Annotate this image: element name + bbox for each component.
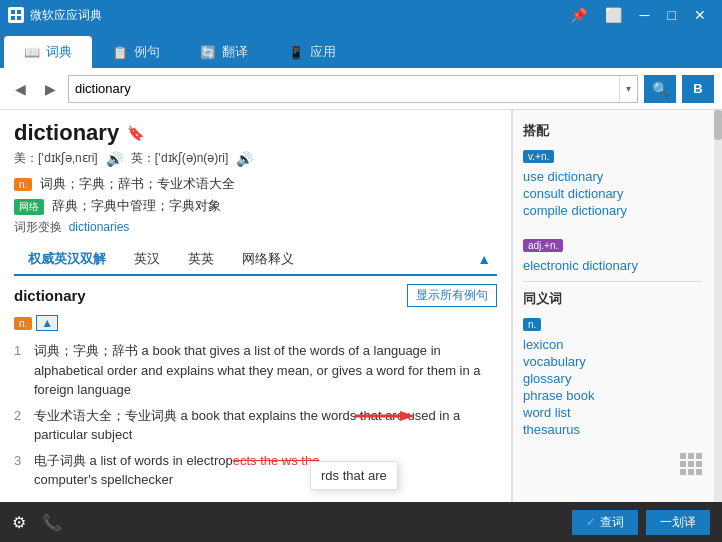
- def-net-text: 辞典；字典中管理；字典对象: [52, 198, 221, 213]
- search-btn[interactable]: 🔍: [644, 75, 676, 103]
- pos-n-badge: n.: [14, 317, 32, 330]
- restore-btn[interactable]: ⬜: [597, 5, 630, 25]
- ex-text-3-struck: ects the ws the: [233, 453, 320, 468]
- tab-example[interactable]: 📋 例句: [92, 36, 180, 68]
- tab-bar: 📖 词典 📋 例句 🔄 翻译 📱 应用: [0, 30, 722, 68]
- synonyms-title: 同义词: [523, 290, 702, 308]
- collocations-title: 搭配: [523, 122, 702, 140]
- ex-num-1: 1: [14, 341, 28, 400]
- app-icon: [8, 7, 24, 23]
- pos-adj-tag: adj.+n.: [523, 239, 563, 252]
- example-word: dictionary: [14, 287, 86, 304]
- lookup-label: 查词: [600, 514, 624, 531]
- phonetic-uk: 英：[ˈdɪkʃ(ə)n(ə)ri]: [131, 150, 229, 167]
- app-title: 微软应应词典: [30, 7, 102, 24]
- svg-rect-0: [11, 10, 15, 14]
- minimize-btn[interactable]: ─: [632, 5, 658, 25]
- tab-apps-label: 应用: [310, 43, 336, 61]
- example-header: dictionary 显示所有例句: [14, 284, 497, 307]
- example-1: 1 词典；字典；辞书 a book that gives a list of t…: [14, 341, 497, 400]
- checkmark-icon: ✓: [586, 515, 596, 529]
- show-all-btn[interactable]: 显示所有例句: [407, 284, 497, 307]
- popup-text: rds that are: [321, 468, 387, 483]
- tab-translate[interactable]: 🔄 翻译: [180, 36, 268, 68]
- ex-text-1: 词典；字典；辞书 a book that gives a list of the…: [34, 341, 497, 400]
- syn-vocabulary[interactable]: vocabulary: [523, 354, 702, 369]
- tab-enzh[interactable]: 英汉: [120, 244, 174, 274]
- ex-text-3-normal: 电子词典 a list of words in electrop: [34, 453, 233, 468]
- right-panel: 搭配 v.+n. use dictionary consult dictiona…: [512, 110, 722, 502]
- maximize-btn[interactable]: □: [660, 5, 684, 25]
- bing-btn[interactable]: B: [682, 75, 714, 103]
- syn-lexicon[interactable]: lexicon: [523, 337, 702, 352]
- tab-dict-label: 词典: [46, 43, 72, 61]
- morph-label: 词形变换: [14, 220, 62, 234]
- close-btn[interactable]: ✕: [686, 5, 714, 25]
- phonetic-us: 美：[ˈdɪkʃəˌnɛri]: [14, 150, 98, 167]
- headword: dictionary: [14, 120, 119, 146]
- example-2: 2 专业术语大全；专业词典 a book that explains the w…: [14, 406, 497, 445]
- syn-thesaurus[interactable]: thesaurus: [523, 422, 702, 437]
- tab-dict[interactable]: 📖 词典: [4, 36, 92, 68]
- def-noun: n. 词典；字典；辞书；专业术语大全: [14, 175, 497, 193]
- def-noun-text: 词典；字典；辞书；专业术语大全: [40, 176, 235, 191]
- settings-btn[interactable]: ⚙: [12, 513, 26, 532]
- pos-badge-n: n.: [14, 178, 32, 191]
- title-bar: 微软应应词典 📌 ⬜ ─ □ ✕: [0, 0, 722, 30]
- tab-authoritative[interactable]: 权威英汉双解: [14, 244, 120, 276]
- lookup-btn[interactable]: ✓ 查词: [572, 510, 638, 535]
- tab-network[interactable]: 网络释义: [228, 244, 308, 274]
- svg-rect-3: [17, 16, 21, 20]
- syn-word-list[interactable]: word list: [523, 405, 702, 420]
- grid-icon: [680, 453, 702, 475]
- tab-translate-label: 翻译: [222, 43, 248, 61]
- us-sound-btn[interactable]: 🔊: [106, 151, 123, 167]
- example-3: 3 电子词典 a list of words in electropects t…: [14, 451, 497, 490]
- scrollbar-thumb[interactable]: [714, 110, 722, 140]
- search-input-wrap: ▾: [68, 75, 638, 103]
- search-dropdown-btn[interactable]: ▾: [619, 76, 637, 102]
- ex-text-2: 专业术语大全；专业词典 a book that explains the wor…: [34, 406, 497, 445]
- search-bar: ◀ ▶ ▾ 🔍 B: [0, 68, 722, 110]
- phone-btn[interactable]: 📞: [42, 513, 62, 532]
- sense-badge: n. ▲: [14, 315, 58, 331]
- tab-enen[interactable]: 英英: [174, 244, 228, 274]
- bookmark-icon[interactable]: 🔖: [127, 125, 144, 141]
- tab-example-label: 例句: [134, 43, 160, 61]
- red-arrow: [355, 411, 415, 454]
- morph-link[interactable]: dictionaries: [69, 220, 130, 234]
- syn-glossary[interactable]: glossary: [523, 371, 702, 386]
- tab-dict-icon: 📖: [24, 45, 40, 60]
- pos-n-right-tag: n.: [523, 318, 541, 331]
- secondary-tabs: 权威英汉双解 英汉 英英 网络释义 ▲: [14, 244, 497, 276]
- collapse-btn[interactable]: ▲: [471, 244, 497, 274]
- popup-overlay: rds that are: [310, 461, 398, 490]
- def-net: 网络 辞典；字典中管理；字典对象: [14, 197, 497, 215]
- sense-collapse-btn[interactable]: ▲: [36, 315, 58, 331]
- colloc-compile-dictionary[interactable]: compile dictionary: [523, 203, 702, 218]
- translate-label: 一划译: [660, 514, 696, 531]
- tab-apps-icon: 📱: [288, 45, 304, 60]
- bottom-right-btns: ✓ 查词 一划译: [572, 510, 710, 535]
- word-heading: dictionary 🔖: [14, 120, 497, 146]
- tab-example-icon: 📋: [112, 45, 128, 60]
- pos-badge-net: 网络: [14, 199, 44, 215]
- pos-vn-tag: v.+n.: [523, 150, 554, 163]
- forward-btn[interactable]: ▶: [38, 77, 62, 101]
- ex-num-2: 2: [14, 406, 28, 445]
- back-btn[interactable]: ◀: [8, 77, 32, 101]
- pin-btn[interactable]: 📌: [562, 5, 595, 25]
- tab-apps[interactable]: 📱 应用: [268, 36, 356, 68]
- bottom-left-icons: ⚙ 📞: [12, 513, 62, 532]
- svg-marker-5: [400, 411, 415, 421]
- search-input[interactable]: [69, 81, 619, 96]
- bottom-bar: ⚙ 📞 ✓ 查词 一划译: [0, 502, 722, 542]
- colloc-use-dictionary[interactable]: use dictionary: [523, 169, 702, 184]
- syn-phrase-book[interactable]: phrase book: [523, 388, 702, 403]
- colloc-electronic-dictionary[interactable]: electronic dictionary: [523, 258, 702, 273]
- uk-sound-btn[interactable]: 🔊: [236, 151, 253, 167]
- window-controls: 📌 ⬜ ─ □ ✕: [562, 5, 714, 25]
- left-panel: dictionary 🔖 美：[ˈdɪkʃəˌnɛri] 🔊 英：[ˈdɪkʃ(…: [0, 110, 512, 502]
- translate-btn[interactable]: 一划译: [646, 510, 710, 535]
- colloc-consult-dictionary[interactable]: consult dictionary: [523, 186, 702, 201]
